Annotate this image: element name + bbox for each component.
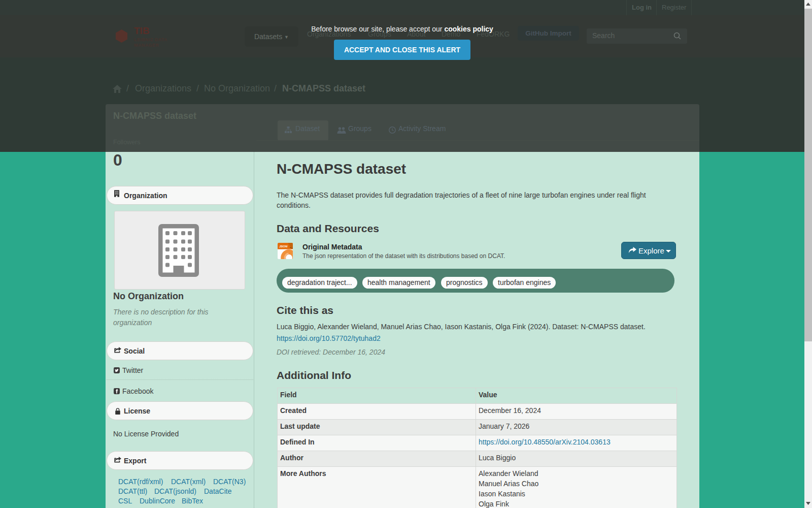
svg-text:JSON: JSON	[279, 245, 288, 248]
